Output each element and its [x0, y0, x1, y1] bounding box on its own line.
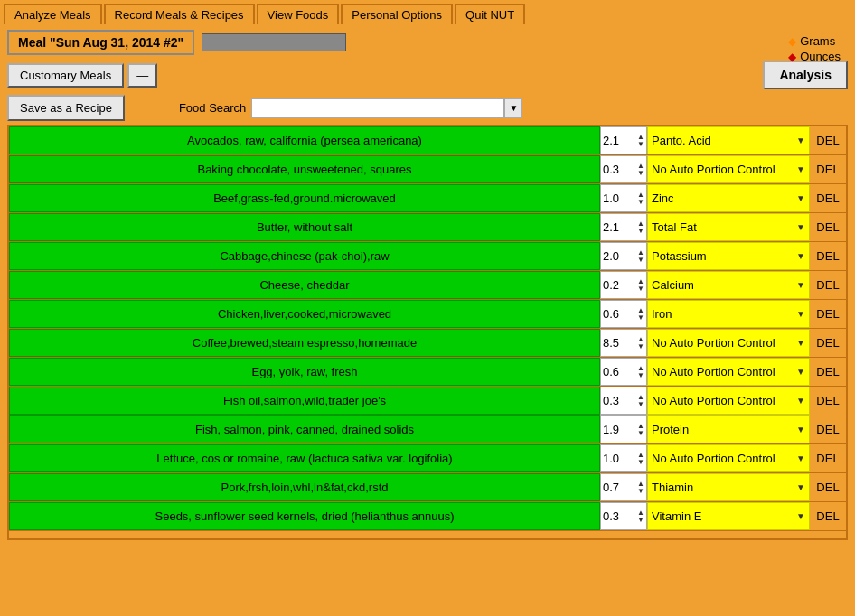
- menu-tab-quit-nut[interactable]: Quit NUT: [455, 4, 525, 24]
- food-nutrient[interactable]: Total Fat ▼: [647, 213, 810, 241]
- qty-spinner[interactable]: ▲ ▼: [637, 359, 644, 385]
- food-del-button[interactable]: DEL: [810, 242, 846, 270]
- food-nutrient[interactable]: No Auto Portion Control ▼: [647, 444, 810, 472]
- nutrient-dropdown-arrow[interactable]: ▼: [796, 164, 805, 174]
- qty-down[interactable]: ▼: [637, 488, 644, 495]
- food-name[interactable]: Fish, salmon, pink, canned, drained soli…: [9, 415, 600, 443]
- qty-spinner[interactable]: ▲ ▼: [637, 214, 644, 240]
- food-qty[interactable]: 0.3 ▲ ▼: [600, 387, 647, 415]
- qty-down[interactable]: ▼: [637, 257, 644, 264]
- food-nutrient[interactable]: Iron ▼: [647, 300, 810, 328]
- grams-option[interactable]: ◆ Grams: [788, 34, 841, 48]
- food-nutrient[interactable]: Protein ▼: [647, 415, 810, 443]
- food-qty[interactable]: 8.5 ▲ ▼: [600, 329, 647, 357]
- food-qty[interactable]: 1.0 ▲ ▼: [600, 444, 647, 472]
- nutrient-dropdown-arrow[interactable]: ▼: [796, 338, 805, 348]
- food-name[interactable]: Seeds, sunflower seed kernels, dried (he…: [9, 502, 600, 530]
- food-name[interactable]: Coffee,brewed,steam espresso,homemade: [9, 329, 600, 357]
- food-nutrient[interactable]: No Auto Portion Control ▼: [647, 387, 810, 415]
- food-nutrient[interactable]: No Auto Portion Control ▼: [647, 329, 810, 357]
- food-nutrient[interactable]: Potassium ▼: [647, 242, 810, 270]
- qty-down[interactable]: ▼: [637, 372, 644, 379]
- food-del-button[interactable]: DEL: [810, 271, 846, 299]
- nutrient-dropdown-arrow[interactable]: ▼: [796, 367, 805, 377]
- food-del-button[interactable]: DEL: [810, 329, 846, 357]
- qty-spinner[interactable]: ▲ ▼: [637, 272, 644, 298]
- food-del-button[interactable]: DEL: [810, 444, 846, 472]
- qty-spinner[interactable]: ▲ ▼: [637, 503, 644, 529]
- food-name[interactable]: Cheese, cheddar: [9, 271, 600, 299]
- qty-down[interactable]: ▼: [637, 517, 644, 524]
- food-qty[interactable]: 2.1 ▲ ▼: [600, 126, 647, 154]
- qty-spinner[interactable]: ▲ ▼: [637, 127, 644, 154]
- food-nutrient[interactable]: No Auto Portion Control ▼: [647, 358, 810, 386]
- qty-down[interactable]: ▼: [637, 343, 644, 350]
- food-qty[interactable]: 0.6 ▲ ▼: [600, 300, 647, 328]
- food-del-button[interactable]: DEL: [810, 155, 846, 183]
- food-name[interactable]: Egg, yolk, raw, fresh: [9, 358, 600, 386]
- food-name[interactable]: Avocados, raw, california (persea americ…: [9, 126, 600, 154]
- food-del-button[interactable]: DEL: [810, 358, 846, 386]
- qty-spinner[interactable]: ▲ ▼: [637, 474, 644, 500]
- menu-tab-analyze-meals[interactable]: Analyze Meals: [4, 4, 102, 24]
- food-qty[interactable]: 0.3 ▲ ▼: [600, 502, 647, 530]
- qty-spinner[interactable]: ▲ ▼: [637, 156, 644, 182]
- food-name[interactable]: Pork,frsh,loin,whl,ln&fat,ckd,rstd: [9, 473, 600, 501]
- food-nutrient[interactable]: Panto. Acid ▼: [647, 126, 810, 154]
- qty-down[interactable]: ▼: [637, 170, 644, 177]
- qty-down[interactable]: ▼: [637, 141, 644, 148]
- nutrient-dropdown-arrow[interactable]: ▼: [796, 309, 805, 319]
- analysis-button[interactable]: Analysis: [763, 61, 848, 89]
- food-name[interactable]: Fish oil,salmon,wild,trader joe's: [9, 387, 600, 415]
- food-nutrient[interactable]: Vitamin E ▼: [647, 502, 810, 530]
- menu-tab-personal-options[interactable]: Personal Options: [341, 4, 453, 24]
- food-nutrient[interactable]: Zinc ▼: [647, 184, 810, 212]
- qty-spinner[interactable]: ▲ ▼: [637, 445, 644, 471]
- food-qty[interactable]: 2.1 ▲ ▼: [600, 213, 647, 241]
- nutrient-dropdown-arrow[interactable]: ▼: [796, 425, 805, 434]
- food-del-button[interactable]: DEL: [810, 387, 846, 415]
- ounces-option[interactable]: ◆ Ounces: [788, 50, 841, 63]
- food-nutrient[interactable]: No Auto Portion Control ▼: [647, 155, 810, 183]
- qty-down[interactable]: ▼: [637, 199, 644, 206]
- food-qty[interactable]: 0.2 ▲ ▼: [600, 271, 647, 299]
- qty-down[interactable]: ▼: [637, 228, 644, 235]
- food-name[interactable]: Cabbage,chinese (pak-choi),raw: [9, 242, 600, 270]
- food-qty[interactable]: 0.6 ▲ ▼: [600, 358, 647, 386]
- food-del-button[interactable]: DEL: [810, 502, 846, 530]
- qty-down[interactable]: ▼: [637, 285, 644, 293]
- nutrient-dropdown-arrow[interactable]: ▼: [796, 482, 805, 492]
- nutrient-dropdown-arrow[interactable]: ▼: [796, 193, 805, 203]
- food-qty[interactable]: 0.3 ▲ ▼: [600, 155, 647, 183]
- food-del-button[interactable]: DEL: [810, 415, 846, 443]
- qty-down[interactable]: ▼: [637, 430, 644, 437]
- qty-down[interactable]: ▼: [637, 459, 644, 466]
- nutrient-dropdown-arrow[interactable]: ▼: [796, 453, 805, 463]
- customary-meals-button[interactable]: Customary Meals: [7, 63, 124, 88]
- minus-button[interactable]: —: [127, 63, 157, 88]
- qty-spinner[interactable]: ▲ ▼: [637, 185, 644, 211]
- food-qty[interactable]: 1.0 ▲ ▼: [600, 184, 647, 212]
- nutrient-dropdown-arrow[interactable]: ▼: [796, 135, 805, 145]
- qty-spinner[interactable]: ▲ ▼: [637, 387, 644, 414]
- qty-spinner[interactable]: ▲ ▼: [637, 330, 644, 356]
- nutrient-dropdown-arrow[interactable]: ▼: [796, 396, 805, 406]
- qty-spinner[interactable]: ▲ ▼: [637, 416, 644, 443]
- menu-tab-record-meals--recipes[interactable]: Record Meals & Recipes: [104, 4, 255, 24]
- save-recipe-button[interactable]: Save as a Recipe: [7, 95, 125, 121]
- food-name[interactable]: Lettuce, cos or romaine, raw (lactuca sa…: [9, 444, 600, 472]
- food-nutrient[interactable]: Thiamin ▼: [647, 473, 810, 501]
- food-qty[interactable]: 0.7 ▲ ▼: [600, 473, 647, 501]
- nutrient-dropdown-arrow[interactable]: ▼: [796, 222, 805, 232]
- nutrient-dropdown-arrow[interactable]: ▼: [796, 251, 805, 261]
- food-search-input[interactable]: [251, 98, 504, 118]
- qty-spinner[interactable]: ▲ ▼: [637, 301, 644, 327]
- food-name[interactable]: Baking chocolate, unsweetened, squares: [9, 155, 600, 183]
- nutrient-dropdown-arrow[interactable]: ▼: [796, 511, 805, 521]
- food-del-button[interactable]: DEL: [810, 473, 846, 501]
- nutrient-dropdown-arrow[interactable]: ▼: [796, 280, 805, 290]
- menu-tab-view-foods[interactable]: View Foods: [257, 4, 340, 24]
- food-name[interactable]: Chicken,liver,cooked,microwaved: [9, 300, 600, 328]
- food-del-button[interactable]: DEL: [810, 300, 846, 328]
- food-qty[interactable]: 1.9 ▲ ▼: [600, 415, 647, 443]
